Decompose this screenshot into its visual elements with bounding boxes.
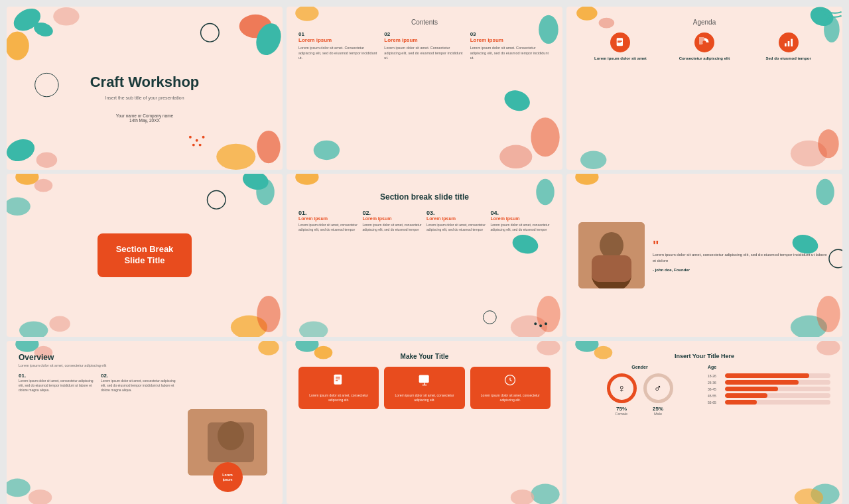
slide2-col-3: 03 Lorem ipsum Lorem ipsum dolor sit ame… xyxy=(470,31,551,61)
slide5-col-4: 04. Lorem ipsum Lorem ipsum dolor sit am… xyxy=(491,210,551,232)
svg-point-51 xyxy=(511,316,547,337)
slide6-quote: " Lorem ipsum dolor sit amet, consectetu… xyxy=(653,239,830,272)
svg-point-12 xyxy=(189,136,192,139)
slide9-bars: 18-26 26-36 36-45 45-55 55-65 xyxy=(708,373,830,405)
slide3-items: Lorem ipsum dolor sit amet Consectetur a… xyxy=(578,32,830,62)
slide9-female-label: Female xyxy=(616,412,627,416)
slide8-card-2: Lorem ipsum dolor sit amet, consectetur … xyxy=(384,367,464,409)
svg-point-41 xyxy=(34,179,53,192)
bar-track xyxy=(725,380,830,385)
slide5-col1-head: Lorem ipsum xyxy=(298,216,359,221)
slide6-quote-author: - john doe, Founder xyxy=(653,268,830,272)
slide8-card3-text: Lorem ipsum dolor sit amet, consectetur … xyxy=(476,393,545,403)
svg-point-2 xyxy=(7,31,29,60)
svg-point-13 xyxy=(196,139,198,142)
svg-point-22 xyxy=(531,117,559,157)
svg-point-54 xyxy=(484,311,497,324)
agenda-icon-3 xyxy=(779,32,799,52)
card1-icon xyxy=(332,373,346,389)
svg-point-53 xyxy=(299,321,328,337)
svg-point-9 xyxy=(257,131,280,163)
slide5-col-1: 01. Lorem ipsum Lorem ipsum dolor sit am… xyxy=(298,210,359,232)
quote-mark: " xyxy=(653,239,830,252)
svg-point-87 xyxy=(575,341,598,352)
slide9-age: Age 18-26 26-36 36-45 45-55 55-65 xyxy=(708,365,830,416)
slide3-item3-label: Sed do eiusmod tempor xyxy=(766,56,811,62)
slides-grid: Craft Workshop Insert the sub title of y… xyxy=(7,7,842,504)
slide5-col1-text: Lorem ipsum dolor sit amet, consectetur … xyxy=(298,223,359,232)
svg-point-20 xyxy=(499,145,532,168)
svg-point-44 xyxy=(257,296,280,332)
slide7-point-2: 02. Lorem ipsum dolor sit amet, consecte… xyxy=(101,373,178,393)
slide9-female: ♀ 75% Female xyxy=(607,373,637,416)
slide9-infographic: Gender ♀ 75% Female ♂ xyxy=(578,365,830,416)
slide9-male-label: Male xyxy=(654,412,662,416)
slide6-photo xyxy=(578,222,645,288)
slide9-title: Insert Your Title Here xyxy=(578,353,830,359)
bar-track xyxy=(725,387,830,391)
slide5-col4-head: Lorem ipsum xyxy=(491,216,551,221)
slide8-card2-text: Lorem ipsum dolor sit amet, consectetur … xyxy=(389,393,459,403)
svg-point-17 xyxy=(501,87,533,114)
bar-track xyxy=(725,373,830,378)
svg-point-59 xyxy=(816,179,834,205)
agenda-icon-2 xyxy=(694,32,714,52)
bar-track xyxy=(725,400,830,405)
slide8-title: Make Your Title xyxy=(298,353,551,360)
slide1-title: Craft Workshop xyxy=(19,74,271,91)
slide-7: Overview Lorem ipsum dolor sit amet, con… xyxy=(7,341,283,504)
svg-point-91 xyxy=(795,488,823,504)
age-bar-row: 45-55 xyxy=(708,393,830,398)
svg-point-60 xyxy=(575,174,598,185)
svg-point-5 xyxy=(252,20,283,58)
svg-point-21 xyxy=(314,141,340,160)
svg-point-56 xyxy=(539,324,542,327)
slide7-point1-text: Lorem ipsum dolor sit amet, consectetur … xyxy=(19,379,96,393)
slide9-male: ♂ 25% Male xyxy=(643,373,673,416)
card2-icon xyxy=(418,373,431,389)
svg-point-8 xyxy=(216,144,255,170)
slide8-title-bold: Title xyxy=(435,353,448,360)
slide-1: Craft Workshop Insert the sub title of y… xyxy=(7,7,283,170)
svg-point-28 xyxy=(818,129,838,158)
svg-point-43 xyxy=(231,316,267,337)
svg-rect-81 xyxy=(334,375,342,385)
svg-point-1 xyxy=(32,20,54,39)
slide7-badge: Loremipsum xyxy=(213,462,243,492)
svg-point-50 xyxy=(295,174,318,185)
svg-point-52 xyxy=(537,296,560,332)
slide7-point-1: 01. Lorem ipsum dolor sit amet, consecte… xyxy=(19,373,96,393)
slide3-item2-label: Consectetur adipiscing elit xyxy=(679,56,730,62)
age-bar-row: 26-36 xyxy=(708,380,830,385)
svg-point-79 xyxy=(511,489,534,504)
slide1-author: Your name or Company name xyxy=(19,113,271,118)
svg-point-62 xyxy=(816,296,840,332)
slide8-cards: Lorem ipsum dolor sit amet, consectetur … xyxy=(298,367,551,409)
slide-5: Section break slide title 01. Lorem ipsu… xyxy=(287,174,562,337)
age-bar-row: 36-45 xyxy=(708,387,830,391)
slide3-item1-label: Lorem ipsum dolor sit amet xyxy=(594,56,647,62)
slide9-gender-title: Gender xyxy=(631,365,648,369)
age-bar-row: 18-26 xyxy=(708,373,830,378)
bar-fill xyxy=(725,373,809,378)
svg-rect-85 xyxy=(419,375,429,383)
slide7-right: Loremipsum xyxy=(184,353,271,492)
slide1-date: 14th May, 20XX xyxy=(19,118,271,123)
slide4-title: Section BreakSlide Title xyxy=(116,244,174,267)
slide-9: Insert Your Title Here Gender ♀ 75% Fema… xyxy=(566,341,842,504)
slide2-col2-text: Lorem ipsum dolor sit amet. Consectetur … xyxy=(384,46,464,61)
svg-point-14 xyxy=(202,136,205,139)
svg-point-61 xyxy=(791,316,827,337)
slide9-donuts: ♀ 75% Female ♂ 25% Male xyxy=(607,373,673,416)
bar-label: 26-36 xyxy=(708,381,722,385)
slide9-title-bold: Title Here xyxy=(707,353,734,359)
svg-point-15 xyxy=(192,144,195,147)
svg-point-75 xyxy=(218,421,244,450)
slide2-col1-text: Lorem ipsum dolor sit amet. Consectetur … xyxy=(298,46,379,61)
svg-point-57 xyxy=(545,322,547,325)
slide1-subtitle: Insert the sub title of your presentatio… xyxy=(19,95,271,100)
slide2-col-2: 02 Lorem ipsum Lorem ipsum dolor sit ame… xyxy=(384,31,464,61)
slide7-title: Overview xyxy=(19,353,178,362)
bar-label: 55-65 xyxy=(708,401,722,405)
svg-point-55 xyxy=(534,322,537,325)
